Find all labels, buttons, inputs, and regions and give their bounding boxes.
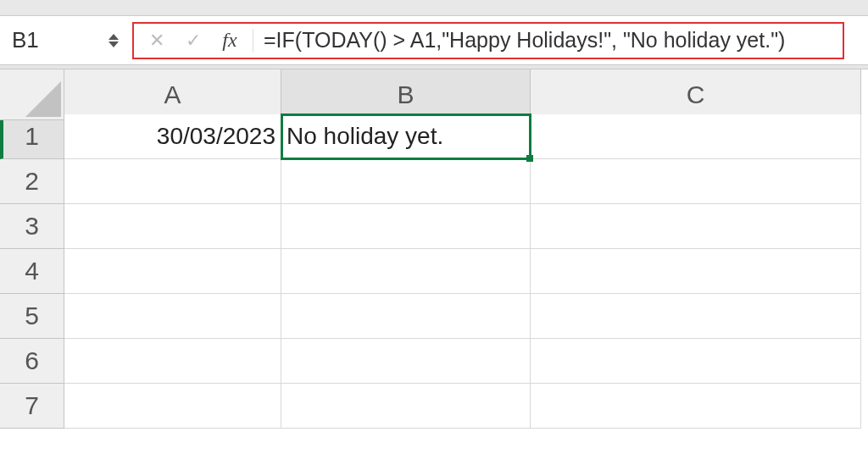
cell-b2[interactable] — [281, 159, 531, 204]
cell-b4[interactable] — [281, 249, 531, 294]
window-top-strip — [0, 0, 868, 15]
fx-button[interactable]: fx — [222, 29, 236, 52]
cell-a4[interactable] — [64, 249, 281, 294]
row-header-5[interactable]: 5 — [0, 294, 64, 339]
col-header-b[interactable]: B — [281, 69, 531, 120]
formula-input[interactable]: =IF(TODAY() > A1,"Happy Holidays!", "No … — [253, 28, 843, 53]
cell-a1[interactable]: 30/03/2023 — [64, 114, 281, 159]
cell-c7[interactable] — [531, 384, 861, 429]
name-box[interactable]: B1 — [0, 21, 108, 60]
col-header-a[interactable]: A — [64, 69, 281, 120]
row-header-4[interactable]: 4 — [0, 249, 64, 294]
row-header-2[interactable]: 2 — [0, 159, 64, 204]
cell-c3[interactable] — [531, 204, 861, 249]
enter-icon[interactable]: ✓ — [186, 30, 201, 52]
row-header-6[interactable]: 6 — [0, 339, 64, 384]
cell-b6[interactable] — [281, 339, 531, 384]
chevron-down-icon — [108, 42, 119, 47]
cell-c2[interactable] — [531, 159, 861, 204]
row-header-1[interactable]: 1 — [0, 114, 64, 159]
select-all-corner[interactable] — [0, 69, 64, 120]
cell-b1[interactable]: No holiday yet. — [281, 114, 531, 159]
spreadsheet-grid[interactable]: A B C 1 30/03/2023 No holiday yet. 2 3 4… — [0, 69, 868, 429]
cell-b7[interactable] — [281, 384, 531, 429]
cell-a7[interactable] — [64, 384, 281, 429]
col-header-c[interactable]: C — [531, 69, 861, 120]
cell-c1[interactable] — [531, 114, 861, 159]
cell-c4[interactable] — [531, 249, 861, 294]
cell-b5[interactable] — [281, 294, 531, 339]
cell-a5[interactable] — [64, 294, 281, 339]
cell-a6[interactable] — [64, 339, 281, 384]
cell-a3[interactable] — [64, 204, 281, 249]
cell-c6[interactable] — [531, 339, 861, 384]
formula-bar-buttons: ✕ ✓ fx — [134, 29, 253, 52]
cell-b3[interactable] — [281, 204, 531, 249]
row-header-3[interactable]: 3 — [0, 204, 64, 249]
formula-bar-highlight: ✕ ✓ fx =IF(TODAY() > A1,"Happy Holidays!… — [132, 22, 844, 59]
name-box-stepper[interactable] — [108, 21, 125, 60]
chevron-up-icon — [108, 34, 119, 40]
row-header-7[interactable]: 7 — [0, 384, 64, 429]
formula-bar-area: B1 ✕ ✓ fx =IF(TODAY() > A1,"Happy Holida… — [0, 15, 868, 64]
cell-c5[interactable] — [531, 294, 861, 339]
cell-a2[interactable] — [64, 159, 281, 204]
cancel-icon[interactable]: ✕ — [149, 30, 164, 52]
